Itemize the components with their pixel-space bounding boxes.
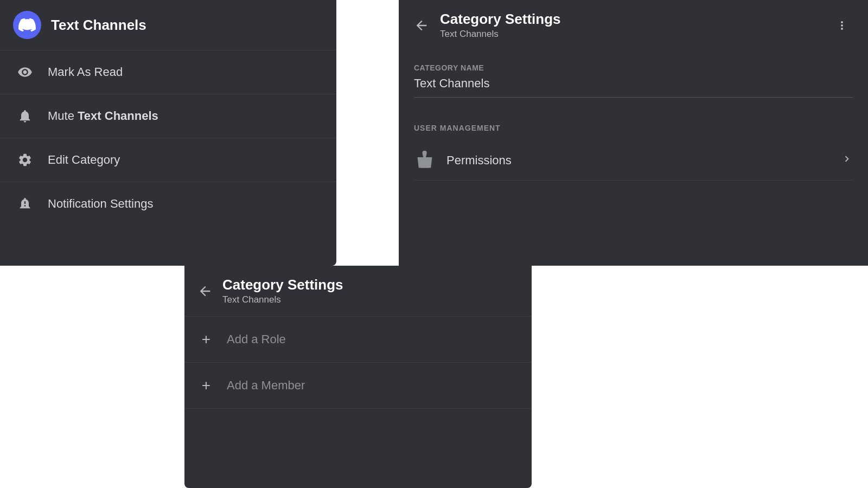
discord-logo — [13, 11, 41, 39]
user-management-section: USER MANAGEMENT Permissions — [399, 111, 868, 189]
context-menu: Text Channels Mark As Read Mute Text Cha… — [0, 0, 336, 266]
bottom-settings-title: Category Settings — [222, 277, 519, 293]
add-role-item[interactable]: + Add a Role — [184, 317, 532, 363]
bottom-settings-header: Category Settings Text Channels — [184, 266, 532, 317]
permissions-icon — [414, 150, 436, 171]
chevron-right-icon — [841, 153, 853, 168]
notification-settings-item[interactable]: Notification Settings — [0, 182, 336, 226]
mark-as-read-label: Mark As Read — [48, 65, 123, 79]
back-button[interactable] — [414, 18, 429, 33]
bottom-settings-subtitle: Text Channels — [222, 294, 519, 305]
permissions-label: Permissions — [446, 153, 830, 168]
add-member-item[interactable]: + Add a Member — [184, 363, 532, 409]
category-name-label: Category Name — [414, 63, 853, 72]
settings-subtitle: Text Channels — [440, 29, 820, 40]
settings-header: Category Settings Text Channels — [399, 0, 868, 50]
add-role-label: Add a Role — [227, 332, 286, 346]
discord-icon — [18, 16, 36, 34]
bottom-back-button[interactable] — [197, 284, 213, 299]
add-member-label: Add a Member — [227, 378, 305, 393]
edit-category-label: Edit Category — [48, 153, 120, 167]
add-role-icon: + — [197, 331, 215, 348]
panel-header: Text Channels — [0, 0, 336, 50]
category-settings-bottom-panel: Category Settings Text Channels + Add a … — [184, 266, 532, 488]
mark-as-read-item[interactable]: Mark As Read — [0, 50, 336, 94]
eye-icon — [15, 62, 35, 82]
mute-text-channels-label: Mute Text Channels — [48, 109, 158, 123]
bottom-header-text: Category Settings Text Channels — [222, 277, 519, 305]
notification-bell-icon — [15, 194, 35, 214]
header-text: Category Settings Text Channels — [440, 11, 820, 40]
bell-icon — [15, 106, 35, 126]
mute-text-channels-item[interactable]: Mute Text Channels — [0, 94, 336, 138]
more-options-button[interactable] — [831, 17, 853, 34]
category-name-section: Category Name Text Channels — [399, 50, 868, 111]
add-member-icon: + — [197, 377, 215, 394]
permissions-item[interactable]: Permissions — [414, 141, 853, 181]
category-settings-panel: Category Settings Text Channels Category… — [399, 0, 868, 266]
category-name-value: Text Channels — [414, 76, 853, 98]
gear-icon — [15, 150, 35, 170]
notification-settings-label: Notification Settings — [48, 197, 153, 211]
edit-category-item[interactable]: Edit Category — [0, 138, 336, 182]
settings-title: Category Settings — [440, 11, 820, 28]
user-management-label: USER MANAGEMENT — [414, 124, 853, 132]
panel-title: Text Channels — [51, 17, 146, 34]
